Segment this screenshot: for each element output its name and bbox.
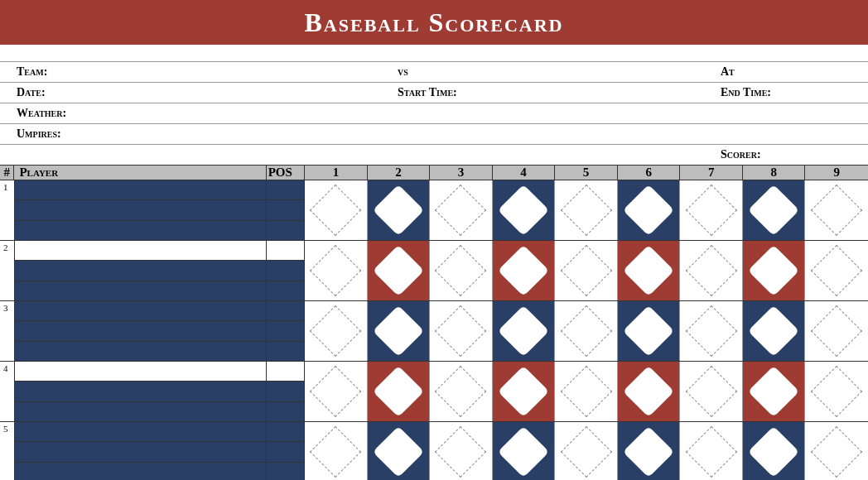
inning-cell[interactable] — [555, 180, 618, 240]
col-player: Player — [14, 166, 266, 180]
inning-cell[interactable] — [743, 362, 806, 421]
vs-label: vs — [398, 65, 721, 79]
player-pos-block[interactable] — [267, 241, 306, 300]
player-pos-line[interactable] — [267, 200, 305, 220]
inning-cell[interactable] — [680, 301, 743, 361]
inning-cell[interactable] — [743, 422, 806, 480]
inning-cell[interactable] — [493, 362, 556, 421]
inning-cell[interactable] — [430, 422, 493, 480]
inning-cell[interactable] — [805, 362, 868, 421]
inning-cell[interactable] — [618, 301, 681, 361]
inning-cell[interactable] — [493, 241, 556, 300]
inning-cell[interactable] — [430, 362, 493, 421]
inning-cell[interactable] — [305, 362, 368, 421]
inning-cell[interactable] — [805, 180, 868, 240]
inning-cell[interactable] — [368, 301, 431, 361]
inning-cell[interactable] — [305, 241, 368, 300]
player-name-line[interactable] — [15, 402, 266, 421]
inning-cell[interactable] — [368, 241, 431, 300]
player-pos-line[interactable] — [267, 221, 305, 240]
player-pos-block[interactable] — [267, 422, 306, 480]
inning-cell[interactable] — [743, 180, 806, 240]
player-name-block[interactable] — [15, 241, 267, 300]
player-name-line[interactable] — [15, 241, 266, 261]
player-pos-line[interactable] — [267, 261, 305, 281]
inning-cell[interactable] — [493, 301, 556, 361]
player-name-line[interactable] — [15, 442, 266, 462]
inning-cell[interactable] — [305, 301, 368, 361]
inning-cell[interactable] — [618, 422, 681, 480]
inning-cell[interactable] — [680, 180, 743, 240]
player-name-line[interactable] — [15, 180, 266, 200]
inning-cell[interactable] — [805, 301, 868, 361]
inning-cell[interactable] — [743, 301, 806, 361]
player-pos-block[interactable] — [267, 301, 306, 361]
player-pos-line[interactable] — [267, 180, 305, 200]
inning-cell[interactable] — [305, 180, 368, 240]
inning-cell[interactable] — [555, 241, 618, 300]
diamond-outline-icon — [435, 426, 486, 478]
inning-cell[interactable] — [680, 362, 743, 421]
player-pos-line[interactable] — [267, 241, 305, 261]
inning-cell[interactable] — [430, 301, 493, 361]
player-name-line[interactable] — [15, 301, 266, 321]
player-pos-line[interactable] — [267, 402, 305, 421]
inning-cell[interactable] — [555, 422, 618, 480]
inning-cell[interactable] — [555, 301, 618, 361]
diamond-solid-icon — [623, 185, 674, 236]
inning-cell[interactable] — [618, 362, 681, 421]
start-time-label: Start Time: — [398, 86, 721, 99]
player-name-line[interactable] — [15, 261, 266, 281]
inning-cell[interactable] — [805, 241, 868, 300]
player-name-line[interactable] — [15, 281, 266, 300]
diamond-solid-icon — [748, 366, 799, 417]
player-pos-line[interactable] — [267, 362, 305, 382]
inning-cell[interactable] — [430, 241, 493, 300]
inning-cell[interactable] — [493, 422, 556, 480]
player-name-block[interactable] — [15, 362, 267, 421]
col-inning-3: 3 — [430, 166, 493, 180]
diamond-solid-icon — [498, 185, 549, 236]
inning-cell[interactable] — [743, 241, 806, 300]
player-name-line[interactable] — [15, 382, 266, 401]
player-name-block[interactable] — [15, 180, 267, 240]
player-pos-line[interactable] — [267, 342, 305, 361]
inning-cell[interactable] — [368, 422, 431, 480]
player-pos-line[interactable] — [267, 321, 305, 341]
inning-cell[interactable] — [368, 362, 431, 421]
player-pos-block[interactable] — [267, 180, 306, 240]
player-name-block[interactable] — [15, 422, 267, 480]
player-pos-line[interactable] — [267, 442, 305, 462]
player-pos-line[interactable] — [267, 301, 305, 321]
row-number: 4 — [0, 362, 15, 421]
player-pos-line[interactable] — [267, 422, 305, 442]
info-block: Team: vs At Date: Start Time: End Time: … — [0, 61, 868, 165]
inning-cell[interactable] — [618, 241, 681, 300]
inning-cell[interactable] — [680, 422, 743, 480]
player-pos-line[interactable] — [267, 463, 305, 480]
player-name-line[interactable] — [15, 463, 266, 480]
player-pos-line[interactable] — [267, 281, 305, 300]
diamond-outline-icon — [310, 366, 361, 417]
inning-cell[interactable] — [368, 180, 431, 240]
diamond-outline-icon — [435, 245, 486, 296]
player-name-line[interactable] — [15, 200, 266, 220]
player-name-block[interactable] — [15, 301, 267, 361]
player-pos-line[interactable] — [267, 382, 305, 401]
col-inning-4: 4 — [493, 166, 556, 180]
inning-cell[interactable] — [805, 422, 868, 480]
diamond-outline-icon — [435, 366, 486, 417]
player-name-line[interactable] — [15, 321, 266, 341]
player-name-line[interactable] — [15, 362, 266, 382]
inning-cell[interactable] — [493, 180, 556, 240]
player-pos-block[interactable] — [267, 362, 306, 421]
info-row-team: Team: vs At — [0, 61, 868, 83]
inning-cell[interactable] — [430, 180, 493, 240]
player-name-line[interactable] — [15, 221, 266, 240]
inning-cell[interactable] — [305, 422, 368, 480]
player-name-line[interactable] — [15, 342, 266, 361]
inning-cell[interactable] — [618, 180, 681, 240]
player-name-line[interactable] — [15, 422, 266, 442]
inning-cell[interactable] — [680, 241, 743, 300]
inning-cell[interactable] — [555, 362, 618, 421]
